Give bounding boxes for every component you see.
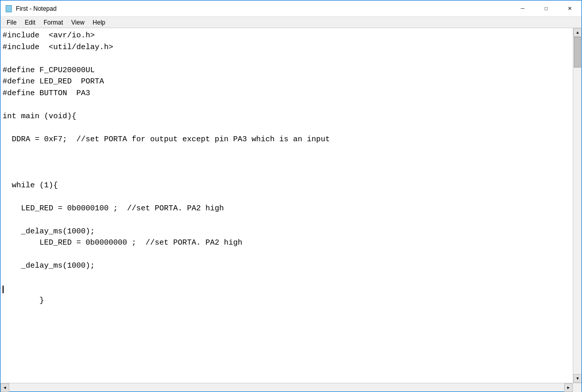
maximize-button[interactable]: □ (534, 1, 558, 17)
close-button[interactable]: ✕ (558, 1, 581, 17)
horizontal-scrollbar: ◄ ► (1, 383, 573, 391)
menu-item-edit[interactable]: Edit (20, 18, 39, 27)
menu-item-format[interactable]: Format (39, 18, 67, 27)
title-bar-left: First - Notepad (5, 5, 56, 13)
scroll-track-vertical[interactable] (573, 37, 581, 374)
scroll-track-horizontal[interactable] (9, 383, 564, 391)
scroll-right-button[interactable]: ► (564, 383, 573, 392)
editor-area: #include <avr/io.h> #include <util/delay… (1, 28, 581, 383)
menu-bar: File Edit Format View Help (1, 17, 581, 28)
notepad-window: First - Notepad ─ □ ✕ File Edit Format V… (0, 0, 582, 392)
minimize-button[interactable]: ─ (511, 1, 534, 17)
window-controls: ─ □ ✕ (511, 1, 581, 17)
scroll-thumb-vertical[interactable] (574, 37, 581, 68)
horizontal-scrollbar-container: ◄ ► (1, 383, 581, 391)
menu-item-file[interactable]: File (3, 18, 20, 27)
notepad-icon (5, 5, 13, 13)
scrollbar-corner (573, 383, 581, 392)
window-title: First - Notepad (16, 5, 56, 12)
menu-item-view[interactable]: View (67, 18, 89, 27)
scroll-up-button[interactable]: ▲ (573, 28, 581, 37)
menu-item-help[interactable]: Help (89, 18, 110, 27)
app-icon (5, 5, 13, 13)
scroll-down-button[interactable]: ▼ (573, 374, 581, 383)
vertical-scrollbar: ▲ ▼ (573, 28, 581, 383)
code-editor[interactable]: #include <avr/io.h> #include <util/delay… (1, 28, 573, 383)
scroll-left-button[interactable]: ◄ (1, 383, 9, 392)
title-bar: First - Notepad ─ □ ✕ (1, 1, 581, 17)
text-area-wrapper: #include <avr/io.h> #include <util/delay… (1, 28, 573, 383)
